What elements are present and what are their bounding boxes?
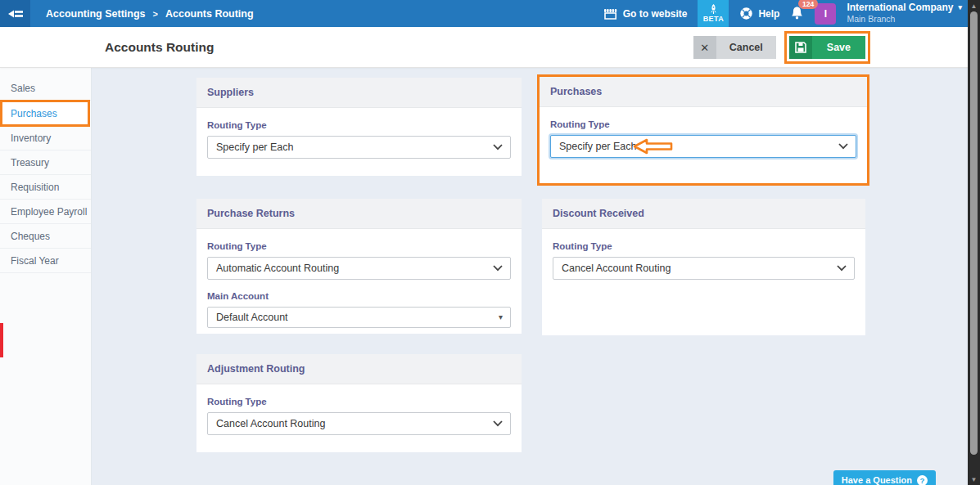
- floppy-icon: [789, 36, 812, 59]
- select-value: Specify per Each: [216, 141, 294, 153]
- routing-type-label: Routing Type: [550, 107, 856, 129]
- close-icon: ✕: [693, 36, 716, 59]
- panel-suppliers: Suppliers Routing Type Specify per Each: [196, 78, 522, 176]
- select-value: Default Account: [216, 312, 288, 323]
- company-avatar[interactable]: I: [815, 3, 836, 25]
- storefront-icon: [603, 8, 618, 20]
- settings-sidebar: Sales Purchases Inventory Treasury Requi…: [0, 68, 92, 485]
- breadcrumb-item-accounts-routing[interactable]: Accounts Routing: [165, 8, 254, 20]
- rocket-icon: [709, 4, 718, 15]
- topbar: Accounting Settings > Accounts Routing G…: [0, 0, 980, 27]
- have-a-question-button[interactable]: Have a Question ?: [833, 470, 936, 485]
- panel-purchases-title: Purchases: [540, 77, 867, 107]
- main-account-label: Main Account: [207, 280, 511, 301]
- collapse-menu-icon: [7, 7, 24, 20]
- panel-adjustment-routing-title: Adjustment Routing: [196, 354, 522, 384]
- cancel-button-label: Cancel: [716, 42, 776, 53]
- chevron-down-icon: [838, 143, 848, 150]
- action-bar: Accounts Routing ✕ Cancel Save: [0, 27, 980, 68]
- chevron-down-icon: ▾: [958, 3, 962, 12]
- vertical-scrollbar[interactable]: ▲ ▼: [968, 0, 980, 485]
- panel-discount-received-title: Discount Received: [542, 199, 865, 229]
- chevron-down-icon: [493, 144, 503, 150]
- sidebar-item-treasury[interactable]: Treasury: [0, 150, 91, 175]
- lifebuoy-icon: [739, 7, 753, 20]
- scrollbar-thumb[interactable]: [970, 11, 978, 455]
- main-account-select[interactable]: Default Account ▾: [207, 307, 511, 328]
- purchases-highlight-box: Purchases Routing Type Specify per Each: [537, 74, 869, 186]
- save-button[interactable]: Save: [789, 36, 865, 59]
- select-value: Automatic Account Routing: [216, 263, 339, 274]
- select-value: Cancel Account Routing: [216, 418, 325, 429]
- sidebar-item-requisition[interactable]: Requisition: [0, 175, 91, 200]
- routing-type-label: Routing Type: [207, 384, 511, 406]
- sidebar-item-purchases[interactable]: Purchases: [0, 100, 90, 127]
- help-link[interactable]: Help: [739, 7, 779, 20]
- question-mark-icon: ?: [917, 475, 928, 485]
- chevron-down-icon: ▾: [499, 312, 503, 321]
- panel-discount-received: Discount Received Routing Type Cancel Ac…: [542, 199, 865, 335]
- panel-adjustment-routing: Adjustment Routing Routing Type Cancel A…: [196, 354, 522, 452]
- app-window: Accounting Settings > Accounts Routing G…: [0, 0, 980, 485]
- have-a-question-label: Have a Question: [842, 475, 912, 485]
- company-avatar-initial: I: [824, 8, 827, 20]
- breadcrumb: Accounting Settings > Accounts Routing: [46, 0, 254, 27]
- sidebar-item-sales[interactable]: Sales: [0, 76, 91, 101]
- company-name-label: International Company: [847, 2, 953, 14]
- purchase-returns-routing-type-select[interactable]: Automatic Account Routing: [207, 257, 511, 280]
- breadcrumb-separator: >: [153, 9, 158, 19]
- scroll-up-arrow-icon[interactable]: ▲: [968, 0, 980, 11]
- discount-received-routing-type-select[interactable]: Cancel Account Routing: [553, 257, 855, 280]
- action-buttons: ✕ Cancel Save: [693, 27, 870, 68]
- panel-purchases: Purchases Routing Type Specify per Each: [540, 77, 867, 183]
- panel-purchase-returns: Purchase Returns Routing Type Automatic …: [196, 199, 522, 334]
- go-to-website-label: Go to website: [623, 8, 688, 20]
- select-value: Cancel Account Routing: [562, 263, 671, 274]
- adjustment-routing-type-select[interactable]: Cancel Account Routing: [207, 412, 511, 435]
- page-title: Accounts Routing: [105, 27, 214, 68]
- beta-label: BETA: [703, 15, 724, 23]
- feedback-side-tab[interactable]: [0, 323, 3, 357]
- routing-type-label: Routing Type: [207, 229, 511, 251]
- company-branch-label: Main Branch: [847, 14, 962, 25]
- sidebar-item-cheques[interactable]: Cheques: [0, 224, 91, 249]
- select-value: Specify per Each: [559, 141, 637, 152]
- sidebar-item-fiscal-year[interactable]: Fiscal Year: [0, 249, 91, 273]
- notification-badge: 124: [798, 0, 817, 9]
- chevron-down-icon: [493, 420, 503, 427]
- notifications-button[interactable]: 124: [790, 3, 804, 24]
- company-menu[interactable]: International Company ▾ Main Branch: [847, 2, 962, 25]
- beta-button[interactable]: BETA: [698, 0, 729, 27]
- save-highlight-box: Save: [784, 31, 870, 64]
- purchases-routing-type-select[interactable]: Specify per Each: [550, 135, 856, 158]
- cancel-button[interactable]: ✕ Cancel: [693, 36, 776, 59]
- chevron-down-icon: [493, 265, 503, 272]
- collapse-menu-button[interactable]: [0, 0, 30, 27]
- help-label: Help: [758, 8, 779, 20]
- topbar-right: Go to website BETA Help: [603, 0, 962, 27]
- go-to-website-link[interactable]: Go to website: [603, 8, 688, 20]
- sidebar-item-inventory[interactable]: Inventory: [0, 126, 91, 150]
- chevron-down-icon: [837, 265, 847, 272]
- scroll-down-arrow-icon[interactable]: ▼: [968, 474, 980, 485]
- routing-type-label: Routing Type: [553, 229, 855, 251]
- breadcrumb-item-accounting-settings[interactable]: Accounting Settings: [46, 8, 146, 20]
- panel-suppliers-title: Suppliers: [196, 78, 522, 108]
- save-button-label: Save: [812, 42, 865, 53]
- routing-type-label: Routing Type: [207, 108, 511, 130]
- annotation-arrow-icon: [633, 138, 674, 155]
- panel-purchase-returns-title: Purchase Returns: [196, 199, 522, 229]
- suppliers-routing-type-select[interactable]: Specify per Each: [207, 136, 511, 159]
- sidebar-item-employee-payroll[interactable]: Employee Payroll: [0, 200, 91, 224]
